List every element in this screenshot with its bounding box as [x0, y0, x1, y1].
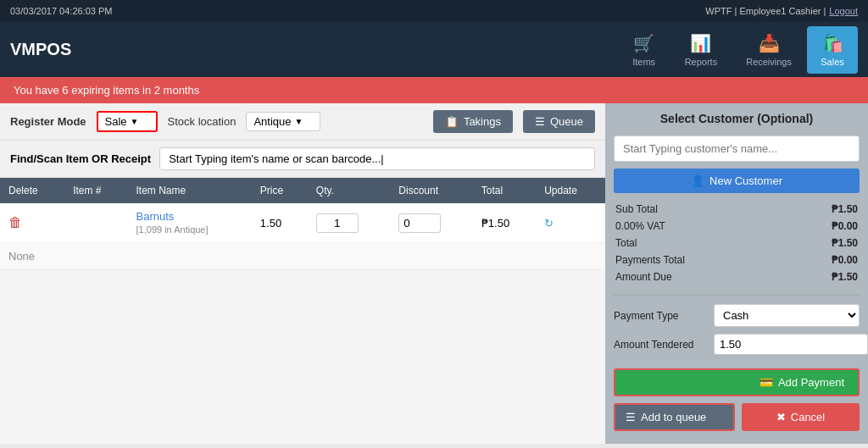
- subtotal-value: ₱1.50: [791, 202, 858, 217]
- total-cell: ₱1.50: [473, 203, 536, 243]
- new-customer-button[interactable]: 👤 New Customer: [614, 169, 860, 193]
- cancel-x-icon: ✖: [776, 411, 786, 423]
- sales-icon: 🛍️: [822, 33, 843, 53]
- antique-dropdown[interactable]: Antique ▼: [246, 112, 320, 131]
- payment-type-row: Payment Type Cash Card Cheque: [614, 304, 860, 327]
- amount-tendered-row: Amount Tendered: [614, 334, 860, 355]
- chevron-down-icon: ▼: [131, 117, 139, 126]
- user-info: WPTF | Employee1 Cashier |: [705, 6, 826, 16]
- sale-dropdown[interactable]: Sale ▼: [97, 111, 158, 132]
- summary-table: Sub Total ₱1.50 0.00% VAT ₱0.00 Total ₱1…: [614, 200, 860, 286]
- item-num-cell: [64, 203, 127, 243]
- main-content: Register Mode Sale ▼ Stock location Anti…: [0, 103, 868, 444]
- amount-tendered-input[interactable]: [714, 334, 868, 355]
- price-cell: 1.50: [252, 203, 308, 243]
- alert-banner: You have 6 expiring items in 2 months: [0, 77, 868, 103]
- takings-label: Takings: [464, 115, 501, 128]
- takings-button[interactable]: 📋 Takings: [433, 110, 513, 133]
- user-info-area: WPTF | Employee1 Cashier | Logout: [705, 6, 858, 16]
- nav-bar: 🛒 Items 📊 Reports 📥 Receivings 🛍️ Sales: [619, 26, 858, 74]
- bottom-buttons: ☰ Add to queue ✖ Cancel: [614, 403, 860, 431]
- queue-list-icon: ☰: [626, 411, 636, 423]
- receivings-icon: 📥: [759, 33, 780, 53]
- nav-label-sales: Sales: [821, 57, 844, 67]
- none-row: None: [0, 243, 605, 270]
- update-cell[interactable]: ↻: [536, 203, 605, 243]
- qty-cell[interactable]: [308, 203, 391, 243]
- table-row: 🗑 Barnuts [1,099 in Antique] 1.50: [0, 203, 605, 243]
- item-name-link[interactable]: Barnuts: [136, 210, 175, 223]
- delete-cell[interactable]: 🗑: [0, 203, 64, 243]
- cancel-button[interactable]: ✖ Cancel: [742, 403, 860, 431]
- logout-link[interactable]: Logout: [829, 6, 858, 16]
- col-header-discount: Discount: [390, 178, 473, 203]
- vat-row: 0.00% VAT ₱0.00: [615, 218, 858, 234]
- nav-item-reports[interactable]: 📊 Reports: [671, 26, 732, 74]
- items-icon: 🛒: [633, 33, 654, 53]
- payment-type-select[interactable]: Cash Card Cheque: [714, 304, 860, 327]
- subtotal-row: Sub Total ₱1.50: [615, 202, 858, 217]
- amount-tendered-label: Amount Tendered: [614, 339, 707, 351]
- col-header-delete: Delete: [0, 178, 64, 203]
- antique-value: Antique: [253, 115, 291, 128]
- payments-total-value: ₱0.00: [791, 252, 858, 268]
- logo: VMPOS: [10, 40, 619, 59]
- vat-label: 0.00% VAT: [615, 218, 789, 234]
- chevron-down-icon-2: ▼: [295, 117, 303, 126]
- col-header-item-num: Item #: [64, 178, 127, 203]
- header: VMPOS 🛒 Items 📊 Reports 📥 Receivings 🛍️ …: [0, 22, 868, 77]
- item-subtext: [1,099 in Antique]: [136, 224, 209, 235]
- items-table-container: Delete Item # Item Name Price Qty. Disco…: [0, 178, 605, 444]
- nav-item-items[interactable]: 🛒 Items: [619, 26, 670, 74]
- find-bar: Find/Scan Item OR Receipt: [0, 141, 605, 178]
- discount-input[interactable]: [398, 213, 441, 233]
- amount-due-label: Amount Due: [615, 269, 789, 285]
- select-customer-title: Select Customer (Optional): [614, 112, 860, 125]
- nav-item-receivings[interactable]: 📥 Receivings: [732, 26, 805, 74]
- discount-cell[interactable]: [390, 203, 473, 243]
- add-payment-button[interactable]: 💳 Add Payment: [614, 368, 860, 396]
- col-header-item-name: Item Name: [128, 178, 252, 203]
- col-header-price: Price: [252, 178, 308, 203]
- amount-due-value: ₱1.50: [791, 269, 858, 285]
- register-toolbar: Register Mode Sale ▼ Stock location Anti…: [0, 103, 605, 141]
- user-add-icon: 👤: [691, 174, 704, 187]
- cancel-label: Cancel: [791, 411, 825, 423]
- col-header-total: Total: [473, 178, 536, 203]
- total-value: ₱1.50: [791, 235, 858, 251]
- qty-input[interactable]: [316, 213, 359, 233]
- new-customer-label: New Customer: [709, 174, 782, 187]
- queue-button[interactable]: ☰ Queue: [523, 110, 595, 133]
- items-table: Delete Item # Item Name Price Qty. Disco…: [0, 178, 605, 270]
- vat-value: ₱0.00: [791, 218, 858, 234]
- alert-message: You have 6 expiring items in 2 months: [14, 84, 199, 97]
- payments-total-label: Payments Total: [615, 252, 789, 268]
- nav-label-receivings: Receivings: [746, 57, 792, 67]
- payment-section: Payment Type Cash Card Cheque Amount Ten…: [614, 304, 860, 362]
- nav-label-items: Items: [632, 57, 655, 67]
- customer-search-input[interactable]: [614, 136, 860, 162]
- find-label: Find/Scan Item OR Receipt: [10, 152, 151, 165]
- amount-due-row: Amount Due ₱1.50: [615, 269, 858, 285]
- queue-label: Queue: [550, 115, 583, 128]
- sale-value: Sale: [105, 115, 127, 128]
- find-input[interactable]: [159, 147, 595, 170]
- payment-type-label: Payment Type: [614, 310, 707, 322]
- register-mode-label: Register Mode: [10, 115, 86, 128]
- stock-location-label: Stock location: [168, 115, 236, 128]
- col-header-update: Update: [536, 178, 605, 203]
- item-name-cell: Barnuts [1,099 in Antique]: [128, 203, 252, 243]
- top-bar: 03/03/2017 04:26:03 PM WPTF | Employee1 …: [0, 0, 868, 22]
- divider: [614, 295, 860, 296]
- queue-icon: ☰: [535, 115, 545, 128]
- total-label: Total: [615, 235, 789, 251]
- nav-item-sales[interactable]: 🛍️ Sales: [807, 26, 858, 74]
- right-panel: Select Customer (Optional) 👤 New Custome…: [605, 103, 868, 444]
- datetime: 03/03/2017 04:26:03 PM: [10, 6, 112, 16]
- subtotal-label: Sub Total: [615, 202, 789, 217]
- add-to-queue-button[interactable]: ☰ Add to queue: [614, 403, 735, 431]
- reports-icon: 📊: [690, 33, 711, 53]
- none-label: None: [0, 243, 605, 270]
- total-row: Total ₱1.50: [615, 235, 858, 251]
- nav-label-reports: Reports: [685, 57, 718, 67]
